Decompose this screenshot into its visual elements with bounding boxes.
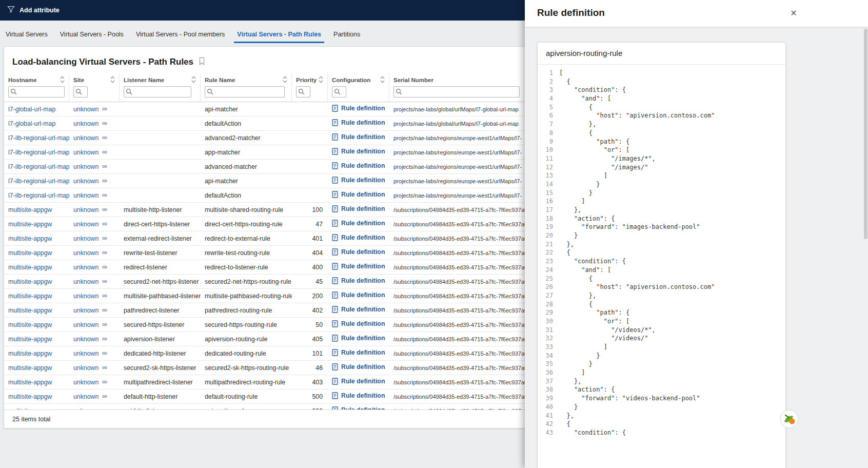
hostname-link[interactable]: multisite-appgw — [8, 235, 52, 242]
column-header-priority[interactable]: Priority — [296, 77, 317, 83]
hostname-link[interactable]: multisite-appgw — [8, 350, 52, 357]
column-header-configuration[interactable]: Configuration — [332, 77, 370, 83]
rule-definition-link[interactable]: Rule definition — [332, 105, 385, 112]
rule-definition-link[interactable]: Rule definition — [332, 335, 385, 342]
site-link[interactable]: unknown — [73, 235, 108, 242]
hostname-link[interactable]: multisite-appgw — [8, 379, 52, 386]
rule-definition-link[interactable]: Rule definition — [332, 119, 385, 126]
scrollbar-thumb[interactable] — [864, 29, 867, 239]
rule-definition-link[interactable]: Rule definition — [332, 133, 385, 141]
code-text: "or": [ — [553, 317, 629, 326]
site-link[interactable]: unknown — [73, 292, 108, 300]
rule-definition-link[interactable]: Rule definition — [332, 148, 385, 155]
rule-name-filter-input[interactable] — [205, 86, 285, 98]
site-link[interactable]: unknown — [73, 393, 108, 400]
sort-icon[interactable] — [191, 76, 196, 84]
column-header-serial-number[interactable]: Serial Number — [393, 77, 433, 83]
add-attribute-button[interactable]: Add attribute — [19, 7, 60, 14]
site-link[interactable]: unknown — [73, 364, 108, 372]
link-icon — [101, 322, 108, 327]
sort-icon[interactable] — [60, 76, 65, 84]
hostname-link[interactable]: l7-ilb-regional-url-map — [8, 192, 69, 199]
rule-definition-link[interactable]: Rule definition — [332, 306, 385, 313]
hostname-link[interactable]: multisite-appgw — [8, 264, 52, 271]
column-header-site[interactable]: Site — [73, 77, 84, 83]
site-link[interactable]: unknown — [73, 350, 108, 357]
tab-partitions[interactable]: Partitions — [330, 28, 363, 43]
tab-virtual-servers-path-rules[interactable]: Virtual Servers - Path Rules — [234, 28, 324, 43]
site-link[interactable]: unknown — [73, 221, 108, 228]
rule-definition-link[interactable]: Rule definition — [332, 248, 385, 256]
site-link[interactable]: unknown — [73, 106, 108, 113]
column-header-rule-name[interactable]: Rule Name — [205, 77, 235, 83]
site-link[interactable]: unknown — [73, 163, 108, 170]
hostname-filter-input[interactable] — [8, 86, 65, 98]
rule-definition-link[interactable]: Rule definition — [332, 291, 385, 299]
tab-virtual-servers-pools[interactable]: Virtual Servers - Pools — [57, 28, 127, 43]
hostname-link[interactable]: multisite-appgw — [8, 307, 52, 314]
site-link[interactable]: unknown — [73, 264, 108, 271]
sort-icon[interactable] — [319, 76, 323, 84]
serial-number-filter-input[interactable] — [393, 86, 520, 98]
hostname-link[interactable]: multisite-appgw — [8, 221, 52, 228]
close-icon[interactable]: ✕ — [787, 8, 800, 20]
site-filter-input[interactable] — [73, 86, 88, 98]
site-link[interactable]: unknown — [73, 249, 108, 257]
site-link[interactable]: unknown — [73, 206, 108, 213]
tab-virtual-servers[interactable]: Virtual Servers — [3, 28, 51, 43]
hostname-link[interactable]: multisite-appgw — [8, 206, 52, 213]
site-link[interactable]: unknown — [73, 307, 108, 314]
sort-icon[interactable] — [283, 76, 287, 84]
rule-name-cell: secured2-sk-https-routing-rule — [201, 364, 292, 372]
rule-definition-link[interactable]: Rule definition — [332, 277, 385, 284]
site-link[interactable]: unknown — [73, 120, 108, 127]
column-header-hostname[interactable]: Hostname — [8, 77, 37, 83]
column-header-listener-name[interactable]: Listener Name — [124, 77, 164, 83]
hostname-link[interactable]: l7-ilb-regional-url-map — [8, 178, 69, 185]
code-text: "forward": "videos-backend-pool" — [553, 394, 700, 403]
site-link[interactable]: unknown — [73, 379, 108, 386]
site-link[interactable]: unknown — [73, 192, 108, 199]
hostname-link[interactable]: l7-ilb-regional-url-map — [8, 163, 69, 170]
configuration-filter-input[interactable] — [332, 86, 346, 98]
priority-filter-input[interactable] — [296, 86, 310, 98]
hostname-link[interactable]: multisite-appgw — [8, 292, 52, 300]
rule-definition-link[interactable]: Rule definition — [332, 363, 385, 371]
bookmark-icon[interactable] — [199, 57, 205, 67]
rule-definition-link[interactable]: Rule definition — [332, 378, 385, 385]
tab-virtual-servers-pool-members[interactable]: Virtual Servers - Pool members — [133, 28, 228, 43]
hostname-link[interactable]: multisite-appgw — [8, 278, 52, 285]
line-number: 36 — [538, 368, 553, 377]
rule-definition-link[interactable]: Rule definition — [332, 177, 385, 184]
rule-definition-link[interactable]: Rule definition — [332, 320, 385, 327]
rule-definition-link[interactable]: Rule definition — [332, 349, 385, 356]
hostname-link[interactable]: multisite-appgw — [8, 393, 52, 400]
rule-definition-link[interactable]: Rule definition — [332, 392, 385, 399]
site-link[interactable]: unknown — [73, 336, 108, 343]
hostname-link[interactable]: multisite-appgw — [8, 336, 52, 343]
listener-name-filter-input[interactable] — [124, 86, 191, 98]
rule-definition-link[interactable]: Rule definition — [332, 191, 385, 198]
site-link[interactable]: unknown — [73, 278, 108, 285]
sort-icon[interactable] — [380, 76, 385, 84]
document-icon — [332, 263, 338, 270]
hostname-link[interactable]: l7-ilb-regional-url-map — [8, 149, 69, 156]
hostname-link[interactable]: l7-ilb-regional-url-map — [8, 134, 69, 142]
hostname-link[interactable]: l7-global-url-map — [8, 120, 55, 127]
hostname-link[interactable]: multisite-appgw — [8, 364, 52, 372]
site-link[interactable]: unknown — [73, 149, 108, 156]
hostname-link[interactable]: l7-global-url-map — [8, 106, 55, 113]
site-link[interactable]: unknown — [73, 134, 108, 142]
panel-scrollbar[interactable] — [864, 29, 867, 465]
floating-widget-icon[interactable] — [780, 410, 799, 428]
rule-definition-link[interactable]: Rule definition — [332, 162, 385, 169]
site-link[interactable]: unknown — [73, 178, 108, 185]
sort-icon[interactable] — [110, 76, 115, 84]
hostname-link[interactable]: multisite-appgw — [8, 249, 52, 257]
rule-definition-link[interactable]: Rule definition — [332, 234, 385, 241]
hostname-link[interactable]: multisite-appgw — [8, 321, 52, 328]
rule-definition-link[interactable]: Rule definition — [332, 263, 385, 270]
site-link[interactable]: unknown — [73, 321, 108, 328]
rule-definition-link[interactable]: Rule definition — [332, 220, 385, 227]
rule-definition-link[interactable]: Rule definition — [332, 205, 385, 212]
